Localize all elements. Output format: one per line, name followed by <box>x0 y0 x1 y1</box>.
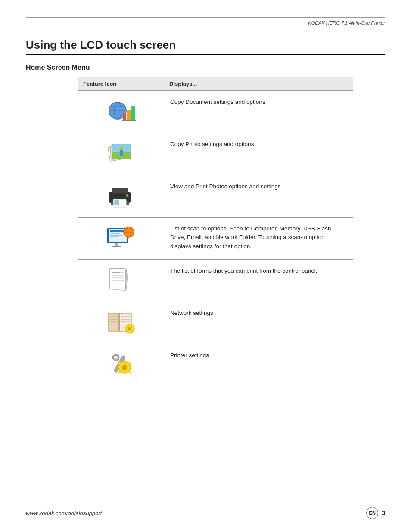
features-table: Feature Icon Displays... Copy Document s… <box>78 77 353 386</box>
forms-icon <box>78 260 164 302</box>
svg-rect-37 <box>110 268 125 289</box>
svg-point-21 <box>116 201 118 202</box>
page-title: Using the LCD touch screen <box>26 38 385 55</box>
printer-settings-icon <box>78 344 164 386</box>
page-number: 3 <box>382 510 385 516</box>
svg-rect-27 <box>110 233 120 234</box>
svg-rect-57 <box>125 328 127 330</box>
svg-rect-68 <box>118 367 120 368</box>
svg-rect-44 <box>108 313 120 331</box>
svg-rect-69 <box>129 367 131 368</box>
language-badge: EN <box>366 507 378 519</box>
table-row: Copy Document settings and options <box>78 91 353 133</box>
table-row: List of scan to options: Scan to Compute… <box>78 218 353 260</box>
footer-right: EN 3 <box>366 507 385 519</box>
svg-rect-31 <box>112 246 121 247</box>
feature-description: Copy Document settings and options <box>164 91 353 133</box>
scan-icon <box>78 218 164 260</box>
svg-point-65 <box>122 365 127 370</box>
svg-rect-66 <box>124 361 125 363</box>
feature-description: Network settings <box>164 302 353 344</box>
svg-point-54 <box>128 327 131 330</box>
copy-photo-icon <box>78 133 164 175</box>
col-icon-header: Feature Icon <box>78 77 164 91</box>
svg-rect-15 <box>120 150 123 156</box>
svg-rect-29 <box>110 236 118 237</box>
page-content: KODAK HERO 7.1 All-in-One Printer Using … <box>0 0 411 412</box>
svg-point-22 <box>126 194 128 197</box>
feature-description: The list of forms that you can print fro… <box>164 260 353 302</box>
view-print-icon <box>78 175 164 218</box>
svg-rect-28 <box>110 235 123 236</box>
svg-point-63 <box>114 356 118 359</box>
copy-document-icon <box>78 91 164 133</box>
feature-description: Copy Photo settings and options <box>164 133 353 175</box>
svg-rect-17 <box>112 188 128 193</box>
svg-rect-6 <box>127 110 131 120</box>
svg-rect-43 <box>112 272 120 273</box>
svg-rect-58 <box>133 328 135 330</box>
svg-rect-56 <box>129 332 131 334</box>
page-footer: www.kodak.com/go/aiosupport EN 3 <box>0 507 411 519</box>
svg-rect-5 <box>123 113 126 120</box>
network-icon <box>78 302 164 344</box>
svg-point-14 <box>120 147 123 150</box>
product-name: KODAK HERO 7.1 All-in-One Printer <box>308 20 385 25</box>
table-row: View and Print Photos options and settin… <box>78 175 353 218</box>
svg-rect-67 <box>124 372 125 374</box>
table-row: Copy Photo settings and options <box>78 133 353 175</box>
header-bar: KODAK HERO 7.1 All-in-One Printer <box>26 17 385 25</box>
feature-description: List of scan to options: Scan to Compute… <box>164 218 353 260</box>
section-title: Home Screen Menu <box>26 64 385 72</box>
svg-rect-55 <box>129 324 131 326</box>
feature-description: View and Print Photos options and settin… <box>164 175 353 218</box>
svg-rect-46 <box>118 313 120 331</box>
table-row: The list of forms that you can print fro… <box>78 260 353 302</box>
svg-rect-7 <box>131 106 135 120</box>
table-row: Printer settings <box>78 344 353 386</box>
col-display-header: Displays... <box>164 77 353 91</box>
footer-url: www.kodak.com/go/aiosupport <box>26 510 102 516</box>
feature-description: Printer settings <box>164 344 353 386</box>
svg-rect-23 <box>114 195 125 196</box>
table-row: Network settings <box>78 302 353 344</box>
svg-rect-26 <box>110 230 125 232</box>
